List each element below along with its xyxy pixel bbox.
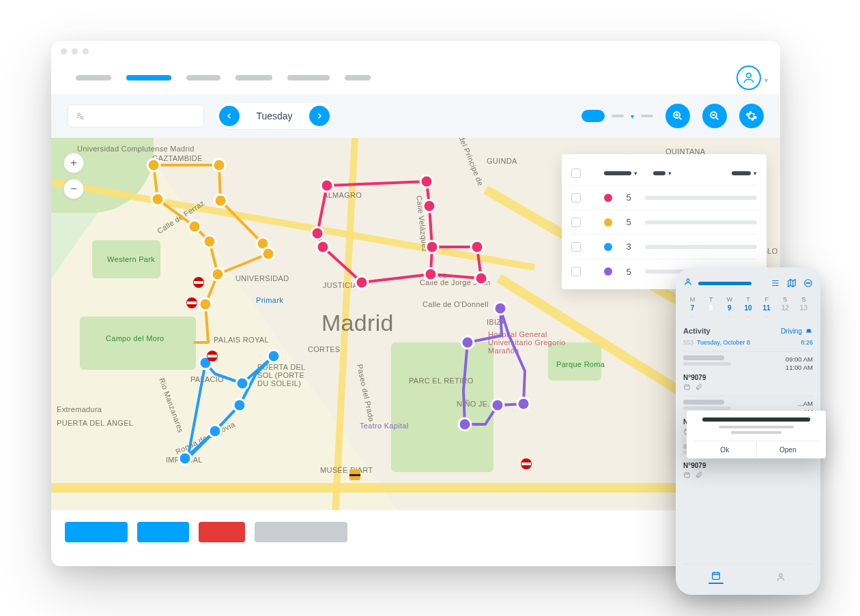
svg-point-17 — [423, 200, 435, 212]
week-picker: M T W T F S S 7 8 9 10 11 12 13 ···· — [683, 296, 813, 320]
more-icon[interactable] — [803, 278, 813, 288]
day-cell[interactable]: 10 — [739, 304, 757, 312]
attachment-icon — [695, 471, 702, 479]
svg-point-21 — [471, 241, 483, 253]
map-icon[interactable] — [787, 278, 797, 288]
checkbox[interactable] — [571, 218, 581, 227]
legend-row-blue[interactable]: 3 — [571, 235, 757, 259]
profile-avatar-button[interactable]: ▾ — [736, 65, 761, 90]
svg-point-9 — [262, 248, 274, 260]
day-header: M — [683, 296, 702, 303]
route-color-dot — [604, 218, 612, 226]
day-cell[interactable]: 12 — [776, 304, 794, 312]
day-header: F — [758, 296, 776, 303]
list-icon[interactable] — [771, 278, 780, 288]
day-header: T — [702, 296, 720, 303]
end-time: 11:00 AM — [786, 364, 813, 372]
person-icon — [775, 572, 786, 583]
calendar-icon — [683, 383, 691, 391]
legend-row-orange[interactable]: 5 — [571, 210, 757, 235]
zoom-out-icon — [708, 110, 721, 122]
day-cell[interactable]: 7 — [683, 304, 702, 312]
popup-ok-button[interactable]: Ok — [693, 441, 757, 458]
svg-rect-51 — [685, 385, 689, 390]
footer-btn-1[interactable] — [65, 522, 128, 542]
no-entry-icon — [193, 277, 204, 288]
svg-rect-37 — [194, 281, 203, 284]
svg-point-24 — [311, 227, 324, 239]
svg-point-12 — [203, 235, 216, 248]
zoom-out-button[interactable] — [702, 104, 727, 128]
traffic-light-min[interactable] — [72, 48, 78, 55]
route-count: 3 — [620, 241, 637, 252]
svg-point-48 — [806, 282, 807, 283]
legend-row-pink[interactable]: 5 — [571, 186, 757, 210]
svg-point-46 — [687, 279, 689, 282]
svg-point-15 — [321, 179, 333, 192]
tab-1[interactable] — [76, 75, 111, 80]
start-time: ...AM — [798, 400, 813, 408]
nav-calendar-tab[interactable] — [683, 564, 748, 589]
svg-point-14 — [152, 193, 164, 205]
checkbox-all[interactable] — [571, 168, 581, 178]
tab-5[interactable] — [287, 75, 330, 80]
zoom-in-button[interactable] — [665, 104, 690, 128]
svg-rect-41 — [207, 355, 217, 357]
svg-point-10 — [212, 268, 224, 280]
item-id: N°9079 — [683, 374, 813, 381]
svg-point-33 — [459, 418, 471, 430]
popup-open-button[interactable]: Open — [757, 441, 820, 458]
item-id: N°9079 — [683, 462, 813, 469]
tab-4[interactable] — [235, 75, 272, 80]
svg-point-30 — [179, 452, 191, 465]
person-icon — [683, 277, 693, 289]
checkbox[interactable] — [571, 193, 581, 203]
svg-rect-45 — [349, 474, 360, 476]
checkbox[interactable] — [571, 267, 581, 276]
svg-point-6 — [213, 159, 225, 171]
svg-point-16 — [420, 175, 433, 188]
legend-header: ▾ ▾ ▾ — [571, 161, 757, 186]
settings-button[interactable] — [739, 104, 764, 128]
svg-point-22 — [356, 276, 368, 289]
traffic-light-close[interactable] — [61, 48, 67, 55]
route-count: 5 — [620, 192, 637, 203]
svg-point-18 — [426, 241, 438, 253]
svg-point-26 — [236, 377, 248, 390]
route-purple — [459, 302, 530, 430]
day-cell[interactable]: 13 — [794, 304, 813, 312]
day-cell[interactable]: 9 — [720, 304, 739, 312]
checkbox[interactable] — [571, 242, 581, 252]
tab-3[interactable] — [186, 75, 220, 80]
gear-icon — [745, 110, 758, 122]
nav-profile-tab[interactable] — [748, 564, 813, 589]
mobile-header — [683, 277, 813, 289]
calendar-icon — [683, 471, 691, 479]
footer-btn-2[interactable] — [137, 522, 189, 542]
popup-title — [702, 417, 810, 422]
svg-point-31 — [494, 302, 506, 314]
list-item[interactable]: 09:00 AM11:00 AM N°9079 — [683, 351, 813, 391]
date-row: 553 Tuesday, October 8 8:26 — [683, 339, 813, 346]
route-blue — [179, 350, 280, 465]
svg-point-50 — [809, 282, 810, 283]
svg-rect-39 — [187, 302, 197, 304]
day-cell[interactable]: 11 — [758, 304, 776, 312]
footer-btn-danger[interactable] — [199, 522, 245, 542]
map[interactable]: + − Madrid Universidad Complutense Madri… — [51, 138, 780, 510]
day-header: T — [739, 296, 757, 303]
svg-point-19 — [425, 268, 437, 280]
search-input[interactable] — [68, 104, 204, 128]
tab-6[interactable] — [345, 75, 371, 80]
start-time: 09:00 AM — [786, 355, 813, 364]
day-cell-selected[interactable]: 8 — [702, 304, 720, 312]
prev-day-button[interactable] — [219, 106, 240, 126]
traffic-light-max[interactable] — [83, 48, 89, 55]
tab-2-active[interactable] — [126, 75, 171, 80]
view-toggle[interactable]: ▾ — [582, 110, 653, 122]
mobile-app: M T W T F S S 7 8 9 10 11 12 13 ···· Act… — [676, 267, 820, 595]
driving-filter[interactable]: Driving — [781, 327, 813, 335]
svg-rect-54 — [712, 572, 719, 579]
next-day-button[interactable] — [309, 106, 330, 126]
toolbar: Tuesday ▾ — [51, 94, 780, 138]
